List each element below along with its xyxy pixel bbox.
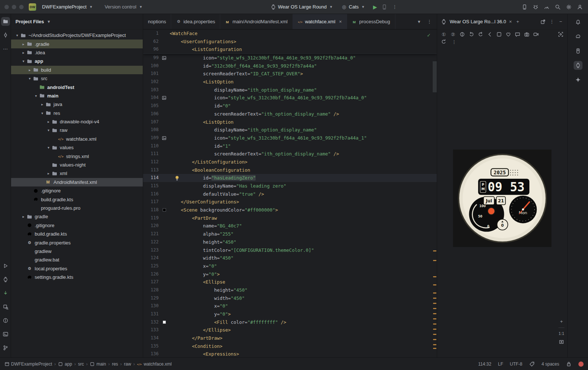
line-number[interactable]: 126 — [143, 270, 159, 278]
encoding-indicator[interactable]: UTF-8 — [510, 362, 522, 367]
back-icon[interactable] — [487, 31, 493, 37]
code-line[interactable]: 120name="BG_40c7" — [143, 222, 437, 230]
terminal-icon[interactable] — [3, 331, 8, 337]
drawable-preview-icon[interactable] — [162, 136, 167, 141]
tree-item[interactable]: ▾main — [11, 92, 143, 100]
line-number[interactable]: 102 — [143, 78, 159, 86]
tree-item[interactable]: gradlew.bat — [11, 256, 143, 264]
minimize-window-button[interactable] — [12, 5, 16, 9]
code-line[interactable]: 115displayName="Has leading zero" — [143, 182, 437, 190]
device-notifications-icon[interactable] — [515, 31, 520, 37]
tree-item[interactable]: </>watchface.xml — [11, 135, 143, 143]
change-marker[interactable] — [433, 260, 436, 261]
panel-options-icon[interactable]: ⋮ — [549, 19, 555, 25]
change-marker[interactable] — [433, 339, 436, 340]
line-number[interactable]: 123 — [143, 246, 159, 254]
chevron-right-icon[interactable]: ▸ — [39, 102, 45, 106]
line-number[interactable]: 132 — [143, 318, 159, 326]
chevron-right-icon[interactable]: ▸ — [45, 171, 52, 175]
device-selector[interactable]: Wear OS Large Round ▾ — [267, 3, 337, 11]
tree-item[interactable]: ▾res — [11, 109, 143, 117]
tab-idea-properties[interactable]: ⚙ idea.properties — [171, 14, 220, 29]
code-line[interactable]: 129width="450" — [143, 294, 437, 302]
reset-icon[interactable] — [441, 39, 447, 45]
code-line[interactable]: 130x="0" — [143, 302, 437, 310]
line-number[interactable]: 125 — [143, 262, 159, 270]
tree-item[interactable]: values-night — [11, 161, 143, 169]
line-number[interactable]: 112 — [143, 158, 159, 166]
code-line[interactable]: 119<PartDraw — [143, 214, 437, 222]
change-marker[interactable] — [433, 276, 436, 277]
code-line[interactable]: 121alpha="255" — [143, 230, 437, 238]
line-number[interactable]: 107 — [143, 118, 159, 126]
device-explorer-icon[interactable] — [575, 48, 581, 54]
tree-item[interactable]: ▸.gradle — [11, 40, 143, 48]
line-number[interactable]: 117 — [143, 198, 159, 206]
tree-item[interactable]: ▸build — [11, 66, 143, 74]
tree-item[interactable]: ▸drawable-nodpi-v4 — [11, 117, 143, 126]
gradle-icon[interactable] — [575, 34, 581, 40]
chevron-right-icon[interactable]: ▸ — [45, 120, 52, 124]
line-number[interactable]: 115 — [143, 182, 159, 190]
add-device-tab-icon[interactable]: + — [515, 19, 521, 25]
breadcrumb-item[interactable]: res — [112, 362, 118, 367]
line-number[interactable]: 111 — [143, 150, 159, 158]
tree-item[interactable]: proguard-rules.pro — [11, 204, 143, 212]
code-line[interactable]: 135<Condition> — [143, 342, 437, 350]
line-number[interactable]: 127 — [143, 278, 159, 286]
close-device-tab-icon[interactable]: × — [509, 19, 512, 24]
chevron-right-icon[interactable]: ▸ — [20, 51, 27, 55]
code-line[interactable]: 134</PartDraw> — [143, 334, 437, 342]
tree-item[interactable]: ▸.idea — [11, 48, 143, 57]
tree-item[interactable]: build.gradle.kts — [11, 230, 143, 238]
tree-item[interactable]: ▸gradle — [11, 212, 143, 221]
code-line[interactable]: 111screenReaderText="ith_option_display_… — [143, 150, 437, 158]
line-number[interactable]: 120 — [143, 222, 159, 230]
tab-android-manifest[interactable]: M main/AndroidManifest.xml — [220, 14, 293, 29]
line-ending-indicator[interactable]: LF — [498, 362, 503, 367]
indent-indicator[interactable]: 4 spaces — [542, 362, 559, 367]
code-line[interactable]: 125x="0" — [143, 262, 437, 270]
heart-rate-icon[interactable] — [505, 31, 511, 37]
settings-icon[interactable] — [566, 4, 572, 10]
wear-button-2-icon[interactable]: ② — [450, 31, 456, 37]
tree-item[interactable]: gradlew — [11, 247, 143, 256]
problems-icon[interactable] — [3, 318, 8, 323]
run-button[interactable]: ▶ — [370, 3, 380, 11]
tree-item[interactable]: ▸java — [11, 100, 143, 109]
device-stream-icon[interactable] — [381, 4, 387, 10]
running-devices-icon[interactable] — [575, 62, 581, 68]
code-line[interactable]: 102<ListOption — [143, 78, 437, 86]
running-devices-icon[interactable] — [3, 277, 8, 282]
change-marker[interactable] — [433, 303, 436, 304]
chevron-down-icon[interactable]: ▾ — [14, 33, 20, 37]
code-line[interactable]: 136<Expressions> — [143, 350, 437, 357]
hide-panel-icon[interactable]: − — [558, 19, 564, 25]
palm-icon[interactable] — [459, 31, 465, 37]
line-number[interactable]: 113 — [143, 166, 159, 174]
line-number[interactable]: 106 — [143, 110, 159, 118]
ai-assistant-icon[interactable] — [533, 4, 539, 10]
line-number[interactable]: 121 — [143, 230, 159, 238]
code-line[interactable]: 99icon="style_wfs_312c30bf_f64a_461e_9c9… — [143, 54, 437, 62]
open-in-window-icon[interactable] — [540, 19, 546, 25]
code-line[interactable]: 118<Scene backgroundColor="#ff000000"> — [143, 206, 437, 214]
tree-item[interactable]: build.gradle.kts — [11, 195, 143, 203]
code-line[interactable]: 113<BooleanConfiguration — [143, 166, 437, 174]
change-marker[interactable] — [433, 318, 436, 319]
editor[interactable]: 1<WatchFace62<UserConfigurations>96<List… — [143, 30, 437, 357]
line-number[interactable]: 96 — [143, 45, 159, 54]
breadcrumb-item[interactable]: main — [90, 362, 106, 367]
tree-item[interactable]: ▾~/AndroidStudioProjects/DWFExampleProje… — [11, 31, 143, 40]
change-marker[interactable] — [433, 250, 436, 251]
commit-icon[interactable] — [3, 32, 8, 38]
breadcrumb-item[interactable]: src — [78, 362, 84, 367]
tree-item[interactable]: ⚙gradle.properties — [11, 238, 143, 247]
chevron-down-icon[interactable]: ▾ — [45, 128, 52, 132]
code-line[interactable]: 104icon="style_wfs_312c30bf_f64a_461e_9c… — [143, 94, 437, 102]
code-line[interactable]: 126y="0"> — [143, 270, 437, 278]
change-marker[interactable] — [433, 284, 436, 285]
tab-watchface-xml[interactable]: </> watchface.xml × — [293, 14, 347, 29]
code-line[interactable]: 133</Ellipse> — [143, 326, 437, 334]
line-number[interactable]: 101 — [143, 70, 159, 78]
